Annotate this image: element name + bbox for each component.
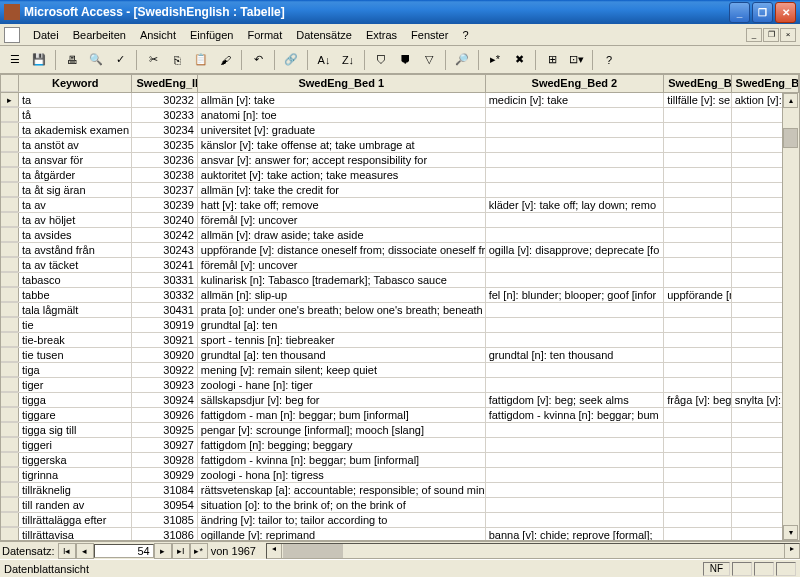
row-selector[interactable] (1, 123, 19, 137)
cell[interactable]: zoologi - hane [n]: tiger (198, 378, 486, 392)
cell[interactable] (664, 183, 731, 197)
cell[interactable]: 30928 (132, 453, 197, 467)
format-painter-button[interactable]: 🖌 (214, 49, 236, 71)
menu-fenster[interactable]: Fenster (404, 27, 455, 43)
cell[interactable]: tillrättavisa (19, 528, 132, 541)
cell[interactable]: fattigdom [v]: beg; seek alms (486, 393, 665, 407)
cell[interactable] (486, 498, 665, 512)
cell[interactable]: 30241 (132, 258, 197, 272)
cell[interactable]: fattigdom [n]: begging; beggary (198, 438, 486, 452)
undo-button[interactable]: ↶ (247, 49, 269, 71)
cell[interactable]: fel [n]: blunder; blooper; goof [infor (486, 288, 665, 302)
cell[interactable]: 30243 (132, 243, 197, 257)
cell[interactable]: uppförande [v]: distance oneself from; d… (198, 243, 486, 257)
row-selector[interactable] (1, 108, 19, 122)
cell[interactable]: tillräknelig (19, 483, 132, 497)
hscroll-left[interactable]: ◂ (267, 544, 282, 558)
cell[interactable] (486, 453, 665, 467)
cell[interactable] (664, 213, 731, 227)
cell[interactable] (486, 273, 665, 287)
cell[interactable]: 30431 (132, 303, 197, 317)
cell[interactable]: 30923 (132, 378, 197, 392)
link-button[interactable]: 🔗 (280, 49, 302, 71)
cell[interactable] (486, 423, 665, 437)
cell[interactable] (664, 153, 731, 167)
table-row[interactable]: ta ansvar för30236ansvar [v]: answer for… (1, 153, 799, 168)
table-row[interactable]: ta avsides30242allmän [v]: draw aside; t… (1, 228, 799, 243)
spell-button[interactable]: ✓ (109, 49, 131, 71)
first-record-button[interactable]: I◂ (58, 543, 76, 559)
menu-bearbeiten[interactable]: Bearbeiten (66, 27, 133, 43)
cell[interactable] (486, 363, 665, 377)
cell[interactable] (664, 528, 731, 541)
scroll-thumb[interactable] (783, 128, 798, 148)
cell[interactable]: 30921 (132, 333, 197, 347)
cell[interactable] (664, 138, 731, 152)
cell[interactable]: allmän [v]: take (198, 93, 486, 107)
cell[interactable]: 31084 (132, 483, 197, 497)
cell[interactable]: grundtal [a]: ten thousand (198, 348, 486, 362)
new-record-nav-button[interactable]: ▸* (190, 543, 208, 559)
cell[interactable] (486, 513, 665, 527)
cell[interactable] (486, 333, 665, 347)
table-row[interactable]: tie-break30921sport - tennis [n]: tiebre… (1, 333, 799, 348)
row-selector[interactable] (1, 273, 19, 287)
table-row[interactable]: ta av höljet30240föremål [v]: uncover (1, 213, 799, 228)
scroll-up-button[interactable]: ▴ (783, 93, 798, 108)
view-button[interactable]: ☰ (4, 49, 26, 71)
table-row[interactable]: tillrättavisa31086ogillande [v]: reprima… (1, 528, 799, 541)
cell[interactable] (486, 438, 665, 452)
cell[interactable]: tie tusen (19, 348, 132, 362)
cell[interactable]: 30925 (132, 423, 197, 437)
row-selector[interactable] (1, 483, 19, 497)
cell[interactable] (486, 258, 665, 272)
maximize-button[interactable]: ❐ (752, 2, 773, 23)
cell[interactable]: ta (19, 93, 132, 107)
cell[interactable]: sport - tennis [n]: tiebreaker (198, 333, 486, 347)
row-selector[interactable] (1, 468, 19, 482)
mdi-restore[interactable]: ❐ (763, 28, 779, 42)
cell[interactable] (664, 318, 731, 332)
cell[interactable]: allmän [n]: slip-up (198, 288, 486, 302)
table-row[interactable]: tabasco30331kulinarisk [n]: Tabasco [tra… (1, 273, 799, 288)
cell[interactable]: till randen av (19, 498, 132, 512)
cell[interactable]: ta avsides (19, 228, 132, 242)
cell[interactable]: 30240 (132, 213, 197, 227)
table-row[interactable]: tala lågmält30431prata [o]: under one's … (1, 303, 799, 318)
mdi-close[interactable]: × (780, 28, 796, 42)
cell[interactable]: allmän [v]: take the credit for (198, 183, 486, 197)
cell[interactable]: medicin [v]: take (486, 93, 665, 107)
cell[interactable]: tala lågmält (19, 303, 132, 317)
cell[interactable]: fattigdom - man [n]: beggar; bum [inform… (198, 408, 486, 422)
cell[interactable] (664, 498, 731, 512)
cell[interactable]: 30232 (132, 93, 197, 107)
table-row[interactable]: tiggeri30927fattigdom [n]: begging; begg… (1, 438, 799, 453)
row-selector[interactable] (1, 438, 19, 452)
menu-datensaetze[interactable]: Datensätze (289, 27, 359, 43)
cell[interactable] (664, 243, 731, 257)
next-record-button[interactable]: ▸ (154, 543, 172, 559)
cell[interactable]: ta ansvar för (19, 153, 132, 167)
cell[interactable] (664, 408, 731, 422)
cell[interactable] (664, 228, 731, 242)
cell[interactable]: föremål [v]: uncover (198, 213, 486, 227)
row-selector[interactable] (1, 378, 19, 392)
table-row[interactable]: ta akademisk examen30234universitet [v]:… (1, 123, 799, 138)
row-selector[interactable] (1, 243, 19, 257)
scroll-down-button[interactable]: ▾ (783, 525, 798, 540)
cell[interactable] (664, 168, 731, 182)
horizontal-scrollbar[interactable]: ◂ ▸ (266, 543, 800, 559)
cell[interactable] (664, 423, 731, 437)
cell[interactable]: 30237 (132, 183, 197, 197)
cell[interactable] (664, 198, 731, 212)
cell[interactable]: tabasco (19, 273, 132, 287)
table-row[interactable]: tå30233anatomi [n]: toe (1, 108, 799, 123)
row-selector[interactable] (1, 528, 19, 541)
new-object-button[interactable]: ⊡▾ (565, 49, 587, 71)
cell[interactable]: ta av täcket (19, 258, 132, 272)
copy-button[interactable]: ⎘ (166, 49, 188, 71)
cell[interactable]: ändring [v]: tailor to; tailor according… (198, 513, 486, 527)
row-selector[interactable] (1, 183, 19, 197)
col-keyword[interactable]: Keyword (19, 75, 132, 92)
cell[interactable]: ogillande [v]: reprimand (198, 528, 486, 541)
